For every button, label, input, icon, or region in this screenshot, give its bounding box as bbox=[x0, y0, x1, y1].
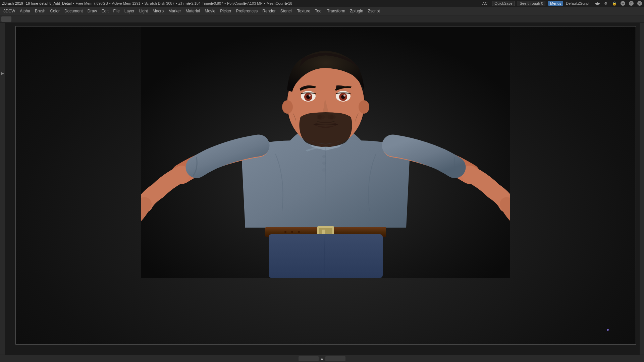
menu-movie[interactable]: Movie bbox=[203, 8, 217, 14]
bottom-arrow-up[interactable]: ▲ bbox=[320, 356, 324, 361]
app-name: ZBrush 2019 bbox=[2, 1, 23, 5]
title-bar: ZBrush 2019 16-lone-detail-8_Add_Detail … bbox=[0, 0, 644, 7]
separator3: • bbox=[142, 1, 143, 5]
svg-rect-25 bbox=[326, 230, 332, 234]
scratch-disk: Scratch Disk 3087 bbox=[145, 1, 174, 5]
title-bar-left: ZBrush 2019 16-lone-detail-8_Add_Detail … bbox=[2, 1, 292, 6]
file-name: 16-lone-detail-8_Add_Detail bbox=[26, 1, 71, 5]
main-area: ▶ bbox=[0, 23, 644, 355]
svg-point-26 bbox=[284, 231, 286, 233]
svg-rect-29 bbox=[269, 234, 383, 278]
menu-texture[interactable]: Texture bbox=[295, 8, 312, 14]
timer: Timer▶0.807 bbox=[202, 1, 223, 6]
bottom-nav-bar bbox=[299, 356, 319, 361]
menu-tool[interactable]: Tool bbox=[313, 8, 324, 14]
menu-3dcw[interactable]: 3DCW bbox=[1, 8, 17, 14]
active-mem: Active Mem 1291 bbox=[112, 1, 141, 5]
mesh-count: MeshCount▶18 bbox=[267, 1, 292, 6]
separator2: • bbox=[109, 1, 111, 5]
svg-point-7 bbox=[282, 100, 293, 114]
svg-point-28 bbox=[298, 231, 300, 233]
menus-button[interactable]: Menus bbox=[548, 1, 563, 6]
see-through-button[interactable]: See-through 0 bbox=[518, 1, 546, 6]
right-panel bbox=[639, 23, 644, 355]
default-zscript-label: DefaultZScript bbox=[566, 1, 589, 5]
menu-stencil[interactable]: Stencil bbox=[278, 8, 294, 14]
svg-point-12 bbox=[309, 95, 311, 97]
bottom-bar: ▲ bbox=[0, 355, 644, 362]
svg-point-4 bbox=[322, 168, 326, 172]
menu-brush[interactable]: Brush bbox=[33, 8, 47, 14]
canvas-border bbox=[15, 26, 636, 345]
menu-macro[interactable]: Macro bbox=[151, 8, 166, 14]
menu-picker[interactable]: Picker bbox=[218, 8, 233, 14]
menu-edit[interactable]: Edit bbox=[100, 8, 111, 14]
menu-color[interactable]: Color bbox=[48, 8, 62, 14]
svg-point-16 bbox=[343, 95, 345, 97]
maximize-button[interactable]: □ bbox=[629, 1, 634, 6]
toolbar-strip bbox=[0, 15, 644, 23]
quicksave-button[interactable]: QuickSave bbox=[492, 1, 515, 6]
menu-material[interactable]: Material bbox=[184, 8, 202, 14]
menu-draw[interactable]: Draw bbox=[86, 8, 99, 14]
character-model bbox=[141, 26, 510, 278]
ztime: ZTime▶2.184 bbox=[178, 1, 201, 6]
menu-render[interactable]: Render bbox=[260, 8, 277, 14]
left-panel: ▶ bbox=[0, 23, 5, 355]
free-mem: Free Mem 7.698GB bbox=[75, 1, 108, 5]
menu-zscript[interactable]: Zscript bbox=[366, 8, 382, 14]
menu-preferences[interactable]: Preferences bbox=[234, 8, 260, 14]
separator5: • bbox=[224, 1, 226, 5]
menu-bar: 3DCW Alpha Brush Color Document Draw Edi… bbox=[0, 7, 644, 15]
menu-alpha[interactable]: Alpha bbox=[18, 8, 32, 14]
separator6: • bbox=[264, 1, 265, 5]
close-button[interactable]: ✕ bbox=[637, 1, 642, 6]
menu-file[interactable]: File bbox=[111, 8, 122, 14]
svg-point-27 bbox=[291, 231, 293, 233]
menu-light[interactable]: Light bbox=[137, 8, 150, 14]
poly-count: PolyCount▶7.103 MP bbox=[227, 1, 263, 6]
dot-indicator bbox=[607, 329, 609, 331]
separator1: • bbox=[73, 1, 74, 5]
menu-transform[interactable]: Transform bbox=[325, 8, 347, 14]
bottom-scroll-bar[interactable] bbox=[325, 356, 345, 361]
svg-point-2 bbox=[322, 155, 326, 158]
separator4: • bbox=[176, 1, 177, 5]
toolbar-button-1[interactable] bbox=[1, 16, 11, 22]
character-scene bbox=[16, 26, 636, 344]
menu-zplugin[interactable]: Zplugin bbox=[348, 8, 365, 14]
menu-layer[interactable]: Layer bbox=[122, 8, 137, 14]
left-panel-arrow[interactable]: ▶ bbox=[1, 71, 5, 75]
svg-rect-24 bbox=[322, 230, 325, 234]
svg-point-8 bbox=[359, 100, 369, 114]
ac-label: AC bbox=[482, 1, 487, 5]
viewport[interactable] bbox=[5, 23, 639, 355]
minimize-button[interactable]: ─ bbox=[621, 1, 625, 6]
menu-document[interactable]: Document bbox=[62, 8, 85, 14]
title-bar-right: AC QuickSave See-through 0 Menus Default… bbox=[482, 1, 642, 6]
svg-point-3 bbox=[322, 162, 326, 165]
menu-marker[interactable]: Marker bbox=[166, 8, 183, 14]
